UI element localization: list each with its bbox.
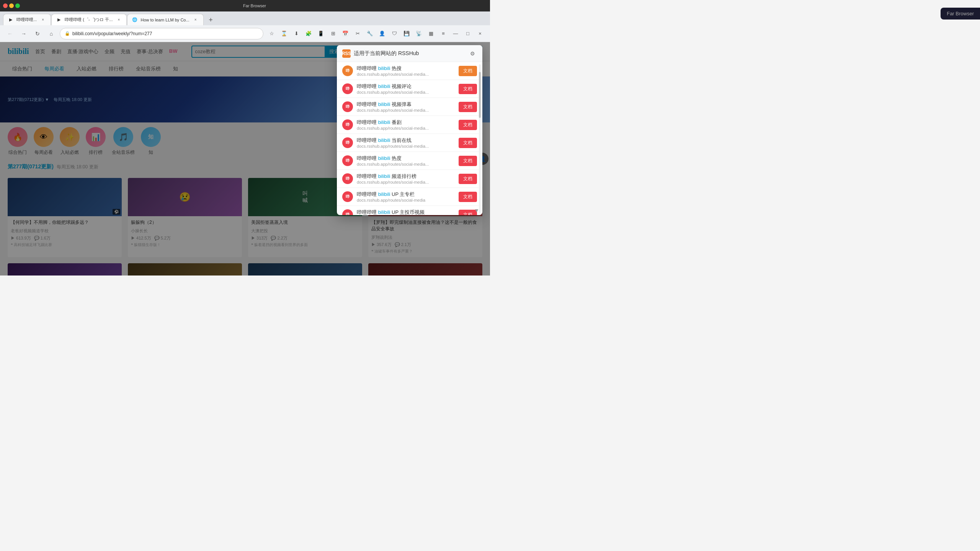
maximize-button[interactable] [15,3,20,8]
rsshub-item-name-2: 哔哩哔哩 bilibili 视频弹幕 [357,101,455,108]
rsshub-item-info-6: 哔哩哔哩 bilibili 频道排行榜 docs.rsshub.app/rout… [357,173,455,184]
rsshub-item-6: 哔 哔哩哔哩 bilibili 频道排行榜 docs.rsshub.app/ro… [337,170,482,188]
rsshub-item-info-7: 哔哩哔哩 bilibili UP 主专栏 docs.rsshub.app/rou… [357,191,455,202]
rsshub-item-name-4: 哔哩哔哩 bilibili 当前在线 [357,137,455,144]
scissors-icon[interactable]: ✂ [352,28,363,39]
rsshub-item-name-8: 哔哩哔哩 bilibili UP 主投币视频 [357,209,455,215]
rsshub-doc-button-3[interactable]: 文档 [459,120,477,130]
home-button[interactable]: ⌂ [46,28,57,39]
rsshub-item-url-7: docs.rsshub.app/routes/social-media [357,198,455,202]
rsshub-doc-button-0[interactable]: 文档 [459,66,477,76]
rsshub-settings-button[interactable]: ⚙ [468,49,477,58]
rsshub-list: 哔 哔哩哔哩 bilibili 热搜 docs.rsshub.app/route… [337,62,482,215]
rsshub-doc-button-1[interactable]: 文档 [459,84,477,94]
rsshub-item-name-5: 哔哩哔哩 bilibili 热度 [357,155,455,162]
rsshub-item-icon-1: 哔 [342,83,353,94]
rsshub-item-url-5: docs.rsshub.app/routes/social-media... [357,162,455,166]
tab-2[interactable]: ▶ 哔哩哔哩 (゜-゜)つロ 干... × [51,14,127,25]
lock-icon: 🔒 [65,31,70,36]
tab-3[interactable]: 🌐 How to learn LLM by Co... × [127,14,203,25]
rsshub-brand-icon: RSS [342,49,351,58]
rsshub-item-info-2: 哔哩哔哩 bilibili 视频弹幕 docs.rsshub.app/route… [357,101,455,112]
rsshub-doc-button-5[interactable]: 文档 [459,156,477,166]
tab-close-1[interactable]: × [40,17,46,23]
minimize-btn[interactable]: — [450,28,461,39]
new-tab-button[interactable]: + [206,15,216,25]
tab-label-3: How to learn LLM by Co... [140,18,189,22]
tab-close-3[interactable]: × [193,17,199,23]
rsshub-item-name-6: 哔哩哔哩 bilibili 频道排行榜 [357,173,455,180]
address-input-wrap[interactable]: 🔒 bilibili.com/v/popular/weekly/?num=277 [60,28,263,39]
menu-icon[interactable]: ≡ [438,28,449,39]
extension-icon[interactable]: 🧩 [303,28,314,39]
tab-close-2[interactable]: × [116,17,122,23]
rsshub-item-info-4: 哔哩哔哩 bilibili 当前在线 docs.rsshub.app/route… [357,137,455,148]
tool-icon[interactable]: 🔧 [364,28,375,39]
rsshub-item-1: 哔 哔哩哔哩 bilibili 视频评论 docs.rsshub.app/rou… [337,80,482,98]
rsshub-item-icon-7: 哔 [342,191,353,202]
rsshub-item-info-0: 哔哩哔哩 bilibili 热搜 docs.rsshub.app/routes/… [357,65,455,77]
sidebar-icon[interactable]: ▦ [426,28,436,39]
rsshub-doc-button-2[interactable]: 文档 [459,102,477,112]
tab-favicon-2: ▶ [56,17,62,23]
rsshub-item-icon-3: 哔 [342,119,353,130]
rsshub-doc-button-4[interactable]: 文档 [459,138,477,148]
rsshub-item-icon-2: 哔 [342,101,353,112]
rsshub-item-4: 哔 哔哩哔哩 bilibili 当前在线 docs.rsshub.app/rou… [337,134,482,152]
rsshub-item-7: 哔 哔哩哔哩 bilibili UP 主专栏 docs.rsshub.app/r… [337,188,482,206]
close-button[interactable] [3,3,8,8]
url-display: bilibili.com/v/popular/weekly/?num=277 [72,31,258,36]
bookmark-star-icon[interactable]: ☆ [266,28,277,39]
back-button[interactable]: ← [5,28,15,39]
content-area: bilibili 首页 番剧 直播·游戏中心 全频 充值 赛事·总决赛 BW 搜… [0,42,490,276]
rsshub-item-url-3: docs.rsshub.app/routes/social-media... [357,126,455,130]
phone-icon[interactable]: 📱 [315,28,326,39]
tab-bar: ▶ 哔哩哔哩... × ▶ 哔哩哔哩 (゜-゜)つロ 干... × 🌐 How … [0,11,490,25]
history-icon[interactable]: ⌛ [279,28,289,39]
rsshub-item-url-2: docs.rsshub.app/routes/social-media... [357,108,455,112]
tab-label-2: 哔哩哔哩 (゜-゜)つロ 干... [65,17,113,23]
address-bar: ← → ↻ ⌂ 🔒 bilibili.com/v/popular/weekly/… [0,25,490,42]
rsshub-item-3: 哔 哔哩哔哩 bilibili 番剧 docs.rsshub.app/route… [337,116,482,134]
rsshub-item-icon-6: 哔 [342,173,353,184]
popup-scrollbar-track [479,64,481,214]
apps-icon[interactable]: ⊞ [328,28,338,39]
rsshub-item-name-3: 哔哩哔哩 bilibili 番剧 [357,119,455,126]
rsshub-item-icon-4: 哔 [342,137,353,148]
save-page-icon[interactable]: 💾 [401,28,412,39]
browser-window: Far Browser ▶ 哔哩哔哩... × ▶ 哔哩哔哩 (゜-゜)つロ 干… [0,0,490,276]
minimize-button[interactable] [9,3,14,8]
tab-label-1: 哔哩哔哩... [16,17,37,23]
rsshub-item-name-7: 哔哩哔哩 bilibili UP 主专栏 [357,191,455,198]
rsshub-item-url-0: docs.rsshub.app/routes/social-media... [357,72,455,77]
scroll-down-icon[interactable]: ▼ [474,207,479,214]
tab-favicon-3: 🌐 [132,17,137,23]
browser-actions: ☆ ⌛ ⬇ 🧩 📱 ⊞ 📅 ✂ 🔧 👤 🛡 💾 📡 ▦ ≡ — □ × [266,28,485,39]
calendar-icon[interactable]: 📅 [340,28,351,39]
rsshub-item-icon-5: 哔 [342,155,353,166]
rsshub-doc-button-7[interactable]: 文档 [459,192,477,202]
forward-button[interactable]: → [18,28,29,39]
popup-scrollbar-thumb[interactable] [479,72,481,118]
rsshub-item-info-3: 哔哩哔哩 bilibili 番剧 docs.rsshub.app/routes/… [357,119,455,130]
tab-favicon-1: ▶ [8,17,13,23]
maximize-btn[interactable]: □ [462,28,473,39]
shield-icon[interactable]: 🛡 [389,28,400,39]
rsshub-item-8: 哔 哔哩哔哩 bilibili UP 主投币视频 docs.rsshub.app… [337,206,482,215]
rsshub-doc-button-6[interactable]: 文档 [459,174,477,184]
rsshub-item-url-1: docs.rsshub.app/routes/social-media... [357,90,455,95]
tab-1[interactable]: ▶ 哔哩哔哩... × [3,14,51,25]
profile-icon[interactable]: 👤 [377,28,387,39]
rsshub-item-5: 哔 哔哩哔哩 bilibili 热度 docs.rsshub.app/route… [337,152,482,170]
rss-icon[interactable]: 📡 [413,28,424,39]
rsshub-item-name-1: 哔哩哔哩 bilibili 视频评论 [357,83,455,90]
close-btn[interactable]: × [475,28,485,39]
download-icon[interactable]: ⬇ [291,28,302,39]
rsshub-item-icon-8: 哔 [342,209,353,215]
rsshub-item-name-0: 哔哩哔哩 bilibili 热搜 [357,65,455,72]
rsshub-item-url-6: docs.rsshub.app/routes/social-media... [357,180,455,184]
rsshub-popup: RSS 适用于当前网站的 RSSHub ⚙ 哔 哔哩哔哩 bilibili 热搜… [337,45,482,215]
rsshub-item-info-8: 哔哩哔哩 bilibili UP 主投币视频 docs.rsshub.app/r… [357,209,455,215]
rsshub-item-url-4: docs.rsshub.app/routes/social-media... [357,144,455,148]
refresh-button[interactable]: ↻ [32,28,43,39]
